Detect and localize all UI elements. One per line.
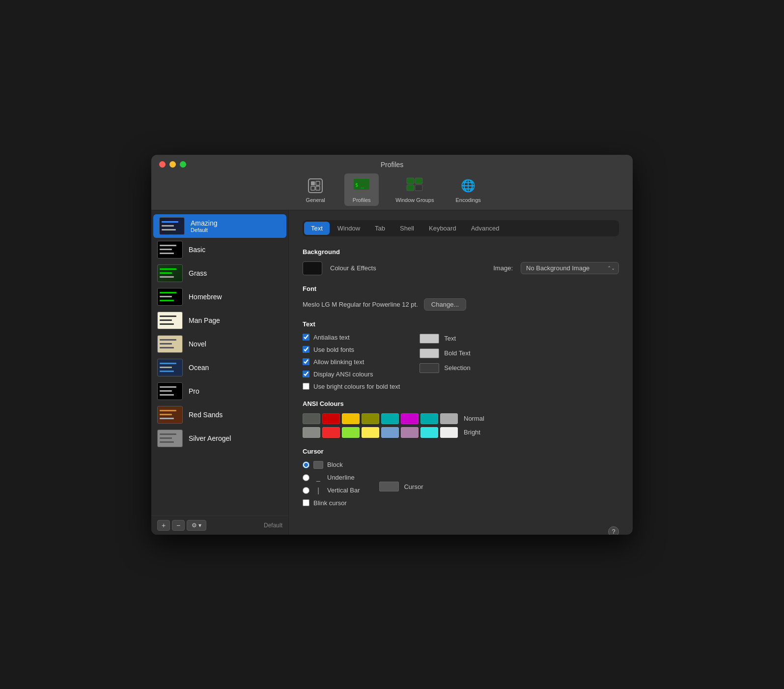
antialias-checkbox[interactable]: [303, 334, 309, 341]
ansi-title: ANSI Colours: [303, 400, 619, 407]
cursor-color-swatch[interactable]: [379, 482, 399, 491]
bottom-row: ?: [303, 522, 619, 535]
cursor-block-label: Block: [327, 461, 343, 468]
toolbar-profiles[interactable]: $ _ Profiles: [344, 173, 379, 206]
image-select[interactable]: No Background Image Choose...: [521, 262, 619, 274]
svg-rect-3: [311, 186, 315, 190]
profile-item-ocean[interactable]: Ocean: [151, 356, 288, 379]
encodings-label: Encodings: [455, 197, 480, 203]
ansi-normal-4[interactable]: [381, 413, 399, 424]
bold-color-label: Bold Text: [444, 349, 470, 357]
tab-text[interactable]: Text: [304, 222, 330, 235]
profile-info-amazing: Amazing Default: [191, 219, 217, 233]
cursor-block-radio[interactable]: [303, 461, 309, 468]
profile-name-homebrew: Homebrew: [189, 293, 222, 301]
tab-window[interactable]: Window: [331, 222, 367, 235]
bold-fonts-checkbox[interactable]: [303, 346, 309, 353]
blink-cursor-label: Blink cursor: [313, 499, 347, 507]
cursor-block-preview: [313, 461, 323, 469]
encodings-icon: 🌐: [459, 176, 477, 195]
bright-bold-label: Use bright colours for bold text: [313, 383, 400, 390]
help-button[interactable]: ?: [608, 526, 619, 535]
minimize-button[interactable]: [169, 161, 176, 168]
toolbar-general[interactable]: General: [298, 173, 333, 206]
blink-cursor-row: Blink cursor: [303, 499, 360, 507]
ansi-normal-7[interactable]: [440, 413, 458, 424]
window-title: Profiles: [159, 161, 625, 169]
tab-shell[interactable]: Shell: [393, 222, 421, 235]
profile-item-pro[interactable]: Pro: [151, 379, 288, 403]
tab-keyboard[interactable]: Keyboard: [422, 222, 463, 235]
close-button[interactable]: [159, 161, 166, 168]
profile-name-basic: Basic: [189, 246, 205, 254]
profile-item-grass[interactable]: Grass: [151, 261, 288, 285]
ansi-section: ANSI Colours Normal: [303, 400, 619, 438]
toolbar-encodings[interactable]: 🌐 Encodings: [450, 173, 485, 206]
ansi-bright-0[interactable]: [303, 427, 320, 438]
svg-text:$ _: $ _: [355, 182, 364, 188]
ansi-normal-5[interactable]: [401, 413, 419, 424]
ansi-grid: Normal Bright: [303, 413, 619, 438]
svg-rect-4: [316, 186, 320, 190]
profile-item-novel[interactable]: Novel: [151, 332, 288, 356]
ansi-colours-label: Display ANSI colours: [313, 371, 373, 378]
cursor-underline-label: Underline: [327, 474, 355, 481]
svg-rect-7: [407, 178, 414, 184]
ansi-normal-3[interactable]: [362, 413, 379, 424]
cursor-vbar-icon: |: [313, 487, 323, 494]
ansi-normal-2[interactable]: [342, 413, 360, 424]
profile-item-homebrew[interactable]: Homebrew: [151, 285, 288, 309]
cursor-vbar-radio[interactable]: [303, 487, 309, 494]
text-color-swatch[interactable]: [420, 334, 439, 344]
ansi-bright-3[interactable]: [362, 427, 379, 438]
ansi-normal-1[interactable]: [322, 413, 340, 424]
profile-item-silveraerogel[interactable]: Silver Aerogel: [151, 427, 288, 450]
add-profile-button[interactable]: +: [157, 520, 170, 531]
bright-bold-checkbox[interactable]: [303, 383, 309, 390]
gear-button[interactable]: ⚙ ▾: [187, 520, 206, 531]
blink-cursor-checkbox[interactable]: [303, 499, 309, 506]
ansi-bright-7[interactable]: [440, 427, 458, 438]
ansi-bright-6[interactable]: [420, 427, 438, 438]
profile-item-manpage[interactable]: Man Page: [151, 309, 288, 332]
ansi-colours-checkbox[interactable]: [303, 371, 309, 377]
cursor-section: Cursor Block _ Underline: [303, 448, 619, 513]
change-font-button[interactable]: Change...: [424, 298, 466, 311]
remove-profile-button[interactable]: −: [172, 520, 185, 531]
profile-name-grass: Grass: [189, 269, 207, 277]
text-color-label: Text: [444, 335, 456, 342]
cursor-title: Cursor: [303, 448, 619, 455]
ansi-normal-6[interactable]: [420, 413, 438, 424]
ansi-bright-1[interactable]: [322, 427, 340, 438]
profile-name-manpage: Man Page: [189, 316, 220, 324]
main-content: Amazing Default Basic: [151, 210, 633, 535]
bold-swatch-row: Bold Text: [420, 348, 470, 358]
profile-item-amazing[interactable]: Amazing Default: [153, 214, 286, 238]
text-checkboxes: Antialias text Use bold fonts Allow blin…: [303, 334, 400, 390]
ansi-bright-5[interactable]: [401, 427, 419, 438]
text-color-swatches: Text Bold Text Selection: [420, 334, 470, 390]
selection-color-swatch[interactable]: [420, 363, 439, 373]
svg-rect-2: [316, 181, 320, 185]
blinking-text-checkbox[interactable]: [303, 358, 309, 365]
profile-item-basic[interactable]: Basic: [151, 238, 288, 261]
tab-tab[interactable]: Tab: [368, 222, 392, 235]
cursor-underline-icon: _: [313, 474, 323, 482]
profile-item-redsands[interactable]: Red Sands: [151, 403, 288, 427]
zoom-button[interactable]: [180, 161, 186, 168]
ansi-bright-4[interactable]: [381, 427, 399, 438]
toolbar-window-groups[interactable]: Window Groups: [391, 173, 439, 206]
tab-advanced[interactable]: Advanced: [464, 222, 506, 235]
bold-color-swatch[interactable]: [420, 348, 439, 358]
colour-effects-swatch[interactable]: [303, 261, 322, 275]
ansi-bright-2[interactable]: [342, 427, 360, 438]
profile-thumb-silveraerogel: [157, 430, 183, 447]
cursor-underline-radio[interactable]: [303, 474, 309, 481]
general-label: General: [306, 197, 325, 203]
titlebar: Profiles General: [151, 155, 633, 210]
checkbox-bold-fonts: Use bold fonts: [303, 346, 400, 353]
checkbox-blinking-text: Allow blinking text: [303, 358, 400, 366]
ansi-normal-0[interactable]: [303, 413, 320, 424]
svg-rect-10: [415, 185, 422, 191]
font-name: Meslo LG M Regular for Powerline 12 pt.: [303, 301, 418, 308]
